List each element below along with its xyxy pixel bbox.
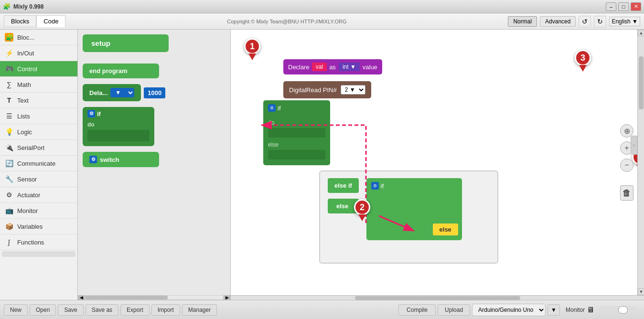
advanced-mode-button[interactable]: Advanced xyxy=(540,16,576,27)
sidebar-item-control[interactable]: 🎮 Control xyxy=(0,61,77,77)
sidebar-scrollbar[interactable] xyxy=(2,251,75,257)
canvas-do-notch xyxy=(268,128,325,138)
canvas-hscrollbar[interactable] xyxy=(231,295,644,300)
sidebar-item-text[interactable]: T Text xyxy=(0,93,77,108)
sidebar-sensor-label: Sensor xyxy=(17,176,37,183)
upload-button[interactable]: Upload xyxy=(438,304,470,316)
declare-bg: Declare val as int ▼ value xyxy=(283,59,382,74)
declare-block[interactable]: Declare val as int ▼ value xyxy=(283,59,382,74)
inout-icon: ⚡ xyxy=(5,49,13,57)
manager-button[interactable]: Manager xyxy=(182,304,217,316)
sidebar-item-sensor[interactable]: 🔧 Sensor xyxy=(0,171,77,187)
actuator-icon: ⚙ xyxy=(5,191,13,199)
else-if-block[interactable]: else if xyxy=(328,178,359,193)
end-program-block[interactable]: end program xyxy=(83,64,159,78)
inner-if-header: ⚙ if xyxy=(371,182,457,190)
hscroll-thumb[interactable] xyxy=(85,296,168,299)
digitalread-text: DigitalRead PIN# xyxy=(289,86,337,94)
delay-dropdown[interactable]: ▼ xyxy=(110,88,134,97)
sidebar-math-label: Math xyxy=(17,81,31,88)
minimize-button[interactable]: – xyxy=(606,2,616,11)
sidebar-item-blocks[interactable]: 🧩 Bloc... xyxy=(0,30,77,45)
vscroll-down-arrow[interactable]: ▼ xyxy=(638,288,644,295)
slider-thumb[interactable] xyxy=(618,306,628,314)
canvas-else-notch xyxy=(268,150,325,160)
gear-icon: ⚙ xyxy=(87,110,95,117)
saveas-button[interactable]: Save as xyxy=(86,304,118,316)
compile-button[interactable]: Compile xyxy=(398,304,436,316)
canvas-else-label: else xyxy=(268,141,325,148)
export-button[interactable]: Export xyxy=(120,304,150,316)
if-block[interactable]: ⚙ if do xyxy=(83,107,154,146)
redo-button[interactable]: ↻ xyxy=(594,16,606,27)
sidebar-blocks-label: Bloc... xyxy=(17,34,34,41)
sidebar-monitor-label: Monitor xyxy=(17,207,38,214)
sidebar-item-communicate[interactable]: 🔄 Communicate xyxy=(0,156,77,171)
board-arrow-button[interactable]: ▼ xyxy=(547,304,560,316)
normal-mode-button[interactable]: Normal xyxy=(508,16,537,27)
sidebar-item-functions[interactable]: ∫ Functions xyxy=(0,234,77,250)
pin-select[interactable]: 2 ▼ xyxy=(341,85,365,95)
undo-button[interactable]: ↺ xyxy=(579,16,591,27)
inner-block-box: else if else ⚙ if else xyxy=(319,170,498,264)
int-dropdown[interactable]: int ▼ xyxy=(338,62,360,72)
vscroll-thumb[interactable] xyxy=(639,56,644,109)
setup-block-container: setup xyxy=(83,34,225,54)
monitor-icon: 🖥 xyxy=(587,306,594,314)
logic-icon: 💡 xyxy=(5,128,13,136)
toolbar-right: Normal Advanced ↺ ↻ English ▼ xyxy=(508,16,640,27)
vscroll-up-arrow[interactable]: ▲ xyxy=(638,30,644,36)
brightness-slider[interactable] xyxy=(599,306,637,314)
sidebar-item-actuator[interactable]: ⚙ Actuator xyxy=(0,187,77,203)
import-button[interactable]: Import xyxy=(151,304,180,316)
canvas-hscroll-thumb[interactable] xyxy=(355,296,520,300)
switch-block[interactable]: ⚙ switch xyxy=(83,152,159,167)
sidebar-item-inout[interactable]: ⚡ In/Out xyxy=(0,45,77,61)
blocks-icon: 🧩 xyxy=(5,33,13,42)
sidebar-item-logic[interactable]: 💡 Logic xyxy=(0,124,77,140)
hscroll-right-arrow[interactable]: ▶ xyxy=(224,295,230,300)
pin-circle-2: 2 xyxy=(354,199,370,215)
digitalread-bg: DigitalRead PIN# 2 ▼ xyxy=(283,81,371,98)
sidebar-item-math[interactable]: ∑ Math xyxy=(0,77,77,93)
save-button[interactable]: Save xyxy=(58,304,83,316)
tab-code[interactable]: Code xyxy=(36,15,65,27)
trash-button[interactable]: 🗑 xyxy=(620,185,633,201)
titlebar-left: 🧩 Mixly 0.998 xyxy=(3,3,43,10)
if-label: if xyxy=(97,110,101,117)
hscrollbar-panel[interactable]: ◀ ▶ xyxy=(78,295,230,300)
inner-else-highlight[interactable]: else xyxy=(433,223,458,235)
titlebar: 🧩 Mixly 0.998 – □ ✕ xyxy=(0,0,644,13)
new-button[interactable]: New xyxy=(4,304,28,316)
pin-circle-3: 3 xyxy=(575,50,591,66)
sidebar-item-lists[interactable]: ☰ Lists xyxy=(0,108,77,124)
canvas-if-gear: ⚙ xyxy=(268,104,276,112)
canvas-if-block[interactable]: ⚙ if do else xyxy=(263,100,330,165)
zoom-out-button[interactable]: − xyxy=(620,159,633,172)
copyright-text: Copyright © Mixly Team@BNU HTTP://MIXLY.… xyxy=(69,19,504,24)
setup-block[interactable]: setup xyxy=(83,34,169,52)
math-icon: ∑ xyxy=(5,80,13,89)
open-button[interactable]: Open xyxy=(30,304,56,316)
digitalread-block[interactable]: DigitalRead PIN# 2 ▼ xyxy=(283,81,371,98)
maximize-button[interactable]: □ xyxy=(618,2,629,11)
close-button[interactable]: ✕ xyxy=(631,2,641,11)
board-selector[interactable]: Arduino/Genuino Uno xyxy=(472,304,546,316)
hscroll-left-arrow[interactable]: ◀ xyxy=(78,295,85,300)
sidebar: 🧩 Bloc... ⚡ In/Out 🎮 Control ∑ Math T Te… xyxy=(0,30,78,300)
sidebar-text-label: Text xyxy=(17,97,29,104)
delay-block[interactable]: Dela... ▼ xyxy=(83,84,141,101)
canvas[interactable]: Declare val as int ▼ value DigitalRead P… xyxy=(231,30,637,295)
bottombar: New Open Save Save as Export Import Mana… xyxy=(0,300,644,319)
language-selector[interactable]: English ▼ xyxy=(609,17,640,26)
sidebar-item-variables[interactable]: 📦 Variables xyxy=(0,219,77,234)
sidebar-item-monitor[interactable]: 📺 Monitor xyxy=(0,203,77,219)
sidebar-item-serialport[interactable]: 🔌 SerialPort xyxy=(0,140,77,156)
resize-handle[interactable]: › xyxy=(631,136,637,155)
vscrollbar: ▲ ▼ xyxy=(637,30,644,295)
pin-circle-1: 1 xyxy=(244,38,260,54)
inner-if-block[interactable]: ⚙ if else xyxy=(366,178,462,240)
hscroll-track xyxy=(85,296,223,299)
tab-blocks[interactable]: Blocks xyxy=(4,15,36,27)
delay-value[interactable]: 1000 xyxy=(144,87,165,98)
